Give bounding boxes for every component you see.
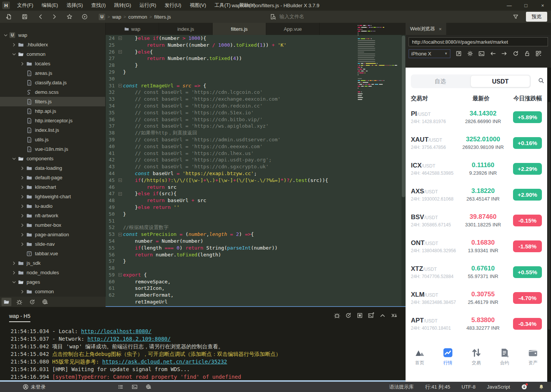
line-number[interactable]: 49 <box>106 204 117 211</box>
qr-code-icon[interactable] <box>535 51 542 57</box>
new-file-icon[interactable] <box>3 12 14 22</box>
line-number[interactable]: 35 <box>106 109 117 116</box>
sidebar-item-areas.js[interactable]: Jareas.js <box>0 68 105 78</box>
menu-运行(R)[interactable]: 运行(R) <box>135 0 160 11</box>
sync-icon[interactable] <box>27 298 37 306</box>
save-icon[interactable] <box>19 12 30 22</box>
sidebar-item-lu-audio[interactable]: lu-audio <box>0 201 105 211</box>
line-number[interactable]: 46 <box>106 184 117 191</box>
update-download-icon[interactable] <box>521 384 527 390</box>
sidebar-item-index.list.js[interactable]: Jindex.list.js <box>0 125 105 135</box>
line-number[interactable]: 31 <box>106 82 117 89</box>
line-number[interactable]: 26 <box>106 49 117 55</box>
restart-icon[interactable] <box>345 312 352 319</box>
outline-list-icon[interactable] <box>118 384 123 390</box>
menu-帮助(Y)[interactable]: 帮助(Y) <box>235 0 259 11</box>
globe-cloud-icon[interactable] <box>146 384 152 390</box>
sidebar-item-default-page[interactable]: default-page <box>0 173 105 182</box>
sidebar-item-common[interactable]: common <box>0 287 105 296</box>
chevron-right-icon[interactable] <box>20 204 25 209</box>
sidebar-item-common[interactable]: common <box>0 49 105 59</box>
chevron-right-icon[interactable] <box>20 213 25 218</box>
url-input[interactable]: http://localhost:8080/#/pages/market/mar… <box>409 37 548 46</box>
minimap[interactable] <box>358 25 397 101</box>
line-number[interactable]: 42 <box>106 156 117 163</box>
nav-item-交易[interactable]: 交易 <box>462 348 490 366</box>
settings-icon[interactable] <box>467 51 473 57</box>
line-number[interactable] <box>106 299 117 305</box>
line-number[interactable]: 55 <box>106 245 117 251</box>
line-number[interactable]: 33 <box>106 96 117 103</box>
nav-item-行情[interactable]: 行情 <box>434 348 462 366</box>
breadcrumb-item[interactable]: filters.js <box>154 14 171 20</box>
new-terminal-icon[interactable] <box>368 312 374 319</box>
close-button[interactable]: × <box>534 0 551 11</box>
editor-tab-wap[interactable]: wap <box>106 23 159 35</box>
log-link[interactable]: http://192.168.2.109:8080/ <box>87 336 171 342</box>
fold-marker-icon[interactable]: – <box>117 177 123 184</box>
market-row-XTZ[interactable]: XTZ/USDT24H: 7047706.528840.6761055.9737… <box>406 259 547 285</box>
market-row-BSV[interactable]: BSV/USDT24H: 305865.6714539.874603301.18… <box>406 207 547 233</box>
editor-scrollbar[interactable] <box>401 35 406 306</box>
app-scrollbar-thumb[interactable] <box>548 102 550 330</box>
chevron-right-icon[interactable] <box>11 261 17 266</box>
chevron-right-icon[interactable] <box>20 232 25 237</box>
fold-marker-icon[interactable]: – <box>117 35 123 42</box>
sidebar-item-http.api.js[interactable]: Jhttp.api.js <box>0 106 105 116</box>
line-number[interactable]: 28 <box>106 62 117 69</box>
fold-marker-icon[interactable]: – <box>117 231 123 238</box>
line-number[interactable]: 38 <box>106 130 117 136</box>
line-number[interactable]: 39 <box>106 136 117 143</box>
collapse-icon[interactable] <box>379 312 386 319</box>
chevron-right-icon[interactable] <box>20 223 25 228</box>
chevron-right-icon[interactable] <box>20 194 25 199</box>
editor-tab-App.vue[interactable]: App.vue <box>266 23 320 35</box>
line-number[interactable]: 50 <box>106 211 117 218</box>
run-icon[interactable] <box>79 12 90 22</box>
app-scrollbar[interactable] <box>547 68 551 382</box>
nav-item-首页[interactable]: 首页 <box>406 348 434 366</box>
line-number[interactable]: 60 <box>106 278 117 285</box>
menu-跳转(G)[interactable]: 跳转(G) <box>110 0 136 11</box>
fold-marker-icon[interactable]: – <box>117 82 123 89</box>
chevron-right-icon[interactable] <box>11 42 17 47</box>
line-number[interactable]: 37 <box>106 123 117 130</box>
minimize-button[interactable]: — <box>501 0 518 11</box>
chevron-right-icon[interactable] <box>11 270 17 275</box>
code-editor[interactable]: wapindex.jsfilters.jsApp.vue 24– }else i… <box>106 23 406 307</box>
line-number[interactable]: 43 <box>106 163 117 170</box>
line-number[interactable]: 36 <box>106 116 117 123</box>
market-row-ICX[interactable]: ICX/USDT24H: 4642588.539850.111609.23926… <box>406 156 547 182</box>
debug-icon[interactable] <box>334 312 340 319</box>
market-row-PI[interactable]: PI/USDT24H: 1428.8197634.143022826.66990… <box>406 104 547 130</box>
line-number[interactable]: 24 <box>106 35 117 42</box>
debug-icon[interactable] <box>14 298 24 306</box>
menu-工具(T)[interactable]: 工具(T) <box>210 0 235 11</box>
menu-视图(V)[interactable]: 视图(V) <box>185 0 210 11</box>
file-search-input[interactable]: 输入文件名 <box>270 11 304 23</box>
nav-item-资产[interactable]: 资产 <box>519 348 547 366</box>
line-number[interactable]: 51 <box>106 218 117 224</box>
device-select[interactable]: iPhone X ▼ <box>409 49 450 58</box>
line-number[interactable]: 61 <box>106 285 117 292</box>
maximize-button[interactable]: □ <box>518 0 534 11</box>
market-search-icon[interactable] <box>538 77 544 84</box>
line-number[interactable]: 40 <box>106 143 117 150</box>
browser-tab[interactable]: Web浏览器 × <box>406 23 446 35</box>
status-item[interactable]: 语法提示库 <box>389 384 414 390</box>
line-number[interactable]: 48 <box>106 197 117 204</box>
chevron-right-icon[interactable] <box>20 185 25 190</box>
fold-marker-icon[interactable]: – <box>117 272 123 278</box>
line-number[interactable]: 57 <box>106 258 117 265</box>
sidebar-item-pages[interactable]: pages <box>0 277 105 287</box>
market-tab-USDT[interactable]: USDT <box>470 75 530 87</box>
line-number[interactable]: 58 <box>106 265 117 272</box>
line-number[interactable]: 62 <box>106 292 117 299</box>
line-number[interactable]: 45 <box>106 177 117 184</box>
sidebar-item-vue-i18n.min.js[interactable]: Jvue-i18n.min.js <box>0 144 105 154</box>
stop-icon[interactable] <box>357 312 363 319</box>
sidebar-item-page-animation[interactable]: page-animation <box>0 230 105 239</box>
menu-选择(S)[interactable]: 选择(S) <box>62 0 87 11</box>
globe-icon[interactable] <box>40 298 50 306</box>
line-number[interactable]: 27 <box>106 55 117 62</box>
